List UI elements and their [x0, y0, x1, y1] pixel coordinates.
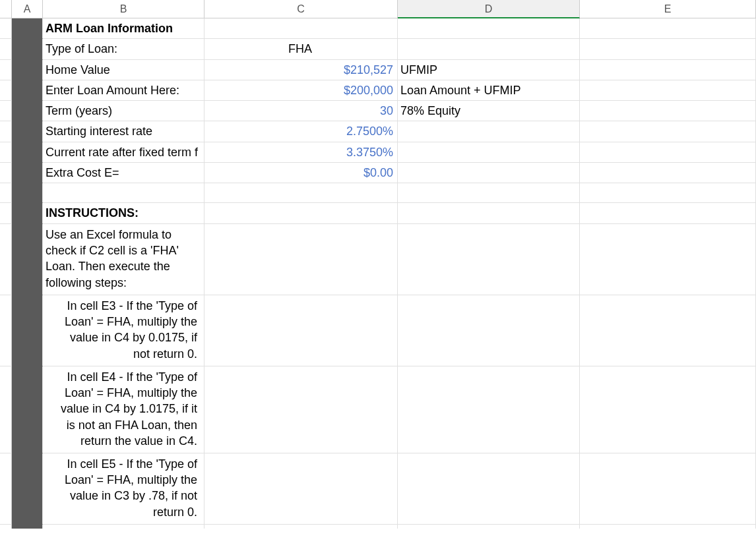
- cell-e12[interactable]: [580, 295, 756, 366]
- cell-d6[interactable]: [398, 121, 580, 142]
- cell-e3[interactable]: [580, 60, 756, 80]
- cell-d15[interactable]: [398, 525, 580, 529]
- cell-e13[interactable]: [580, 366, 756, 453]
- cell-b5[interactable]: Term (years): [43, 101, 205, 121]
- cell-d13[interactable]: [398, 366, 580, 453]
- row-header[interactable]: [0, 39, 12, 59]
- cell-d7[interactable]: [398, 142, 580, 163]
- cell-c10[interactable]: [205, 203, 398, 223]
- cell-b9[interactable]: [43, 183, 205, 203]
- cell-d14[interactable]: [398, 453, 580, 525]
- cell-c6[interactable]: 2.7500%: [205, 121, 398, 142]
- row-header[interactable]: [0, 60, 12, 80]
- cell-a13[interactable]: [12, 366, 43, 453]
- row-header[interactable]: [0, 80, 12, 101]
- cell-a5[interactable]: [12, 101, 43, 121]
- cell-c4[interactable]: $200,000: [205, 80, 398, 101]
- cell-a9[interactable]: [12, 183, 43, 203]
- cell-a11[interactable]: [12, 224, 43, 295]
- cell-c9[interactable]: [205, 183, 398, 203]
- row-header[interactable]: [0, 203, 12, 223]
- row-header[interactable]: [0, 18, 12, 39]
- cell-a10[interactable]: [12, 203, 43, 223]
- cell-b13[interactable]: In cell E4 - If the 'Type of Loan' = FHA…: [43, 366, 205, 453]
- cell-a14[interactable]: [12, 453, 43, 525]
- col-header-a[interactable]: A: [12, 0, 43, 18]
- cell-e7[interactable]: [580, 142, 756, 163]
- cell-a15[interactable]: [12, 525, 43, 529]
- cell-e2[interactable]: [580, 39, 756, 59]
- cell-c8[interactable]: $0.00: [205, 163, 398, 183]
- cell-b2[interactable]: Type of Loan:: [43, 39, 205, 59]
- row-header[interactable]: [0, 366, 12, 453]
- cell-e5[interactable]: [580, 101, 756, 121]
- corner-header[interactable]: [0, 0, 12, 18]
- row-header[interactable]: [0, 453, 12, 525]
- cell-a6[interactable]: [12, 121, 43, 142]
- row-header[interactable]: [0, 224, 12, 295]
- col-header-d[interactable]: D: [398, 0, 580, 18]
- row-header[interactable]: [0, 101, 12, 121]
- cell-d5[interactable]: 78% Equity: [398, 101, 580, 121]
- cell-d2[interactable]: [398, 39, 580, 59]
- cell-e9[interactable]: [580, 183, 756, 203]
- cell-a3[interactable]: [12, 60, 43, 80]
- cell-c15[interactable]: [205, 525, 398, 529]
- row-header[interactable]: [0, 121, 12, 142]
- cell-e8[interactable]: [580, 163, 756, 183]
- cell-d9[interactable]: [398, 183, 580, 203]
- cell-e11[interactable]: [580, 224, 756, 295]
- cell-d8[interactable]: [398, 163, 580, 183]
- cell-a1[interactable]: [12, 18, 43, 39]
- cell-b14[interactable]: In cell E5 - If the 'Type of Loan' = FHA…: [43, 453, 205, 525]
- cell-d11[interactable]: [398, 224, 580, 295]
- cell-c1[interactable]: [205, 18, 398, 39]
- row-header[interactable]: [0, 163, 12, 183]
- col-header-e[interactable]: E: [580, 0, 756, 18]
- cell-b3[interactable]: Home Value: [43, 60, 205, 80]
- cell-c3[interactable]: $210,527: [205, 60, 398, 80]
- spreadsheet-grid[interactable]: A B C D E ARM Loan Information Type of L…: [0, 0, 756, 529]
- cell-c12[interactable]: [205, 295, 398, 366]
- cell-b4[interactable]: Enter Loan Amount Here:: [43, 80, 205, 101]
- cell-c2[interactable]: FHA: [205, 39, 398, 59]
- cell-b6[interactable]: Starting interest rate: [43, 121, 205, 142]
- cell-b11[interactable]: Use an Excel formula to check if C2 cell…: [43, 224, 205, 295]
- cell-e4[interactable]: [580, 80, 756, 101]
- cell-b1[interactable]: ARM Loan Information: [43, 18, 205, 39]
- row-header[interactable]: [0, 142, 12, 163]
- cell-e15[interactable]: [580, 525, 756, 529]
- cell-d3[interactable]: UFMIP: [398, 60, 580, 80]
- cell-e14[interactable]: [580, 453, 756, 525]
- cell-a8[interactable]: [12, 163, 43, 183]
- cell-b7[interactable]: Current rate after fixed term f: [43, 142, 205, 163]
- cell-e1[interactable]: [580, 18, 756, 39]
- cell-d1[interactable]: [398, 18, 580, 39]
- row-header[interactable]: [0, 183, 12, 203]
- cell-b12[interactable]: In cell E3 - If the 'Type of Loan' = FHA…: [43, 295, 205, 366]
- cell-b8[interactable]: Extra Cost E=: [43, 163, 205, 183]
- cell-c13[interactable]: [205, 366, 398, 453]
- row-header[interactable]: [0, 295, 12, 366]
- cell-a7[interactable]: [12, 142, 43, 163]
- cell-c11[interactable]: [205, 224, 398, 295]
- cell-e6[interactable]: [580, 121, 756, 142]
- cell-c14[interactable]: [205, 453, 398, 525]
- col-header-c[interactable]: C: [205, 0, 398, 18]
- cell-a2[interactable]: [12, 39, 43, 59]
- cell-b15[interactable]: [43, 525, 205, 529]
- cell-c5[interactable]: 30: [205, 101, 398, 121]
- cell-c7[interactable]: 3.3750%: [205, 142, 398, 163]
- cell-b10[interactable]: INSTRUCTIONS:: [43, 203, 205, 223]
- row-header[interactable]: [0, 525, 12, 529]
- cell-d4[interactable]: Loan Amount + UFMIP: [398, 80, 580, 101]
- cell-a12[interactable]: [12, 295, 43, 366]
- cell-d10[interactable]: [398, 203, 580, 223]
- cell-d12[interactable]: [398, 295, 580, 366]
- cell-e10[interactable]: [580, 203, 756, 223]
- col-header-b[interactable]: B: [43, 0, 205, 18]
- cell-a4[interactable]: [12, 80, 43, 101]
